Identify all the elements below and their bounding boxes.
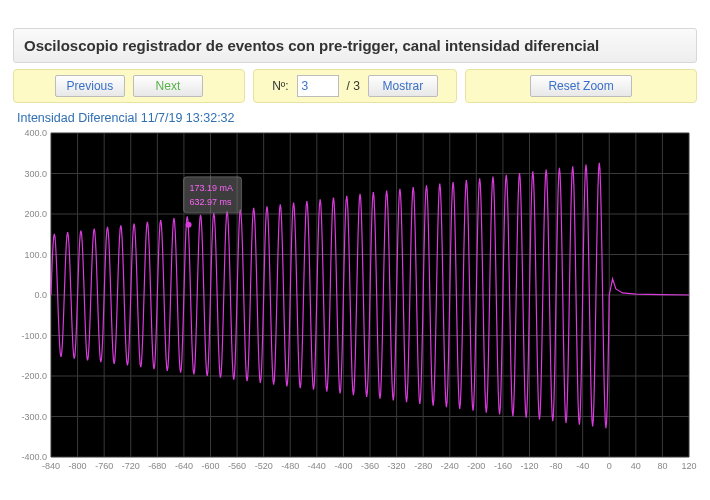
svg-text:-200.0: -200.0 (21, 371, 47, 381)
previous-button[interactable]: Previous (55, 75, 125, 97)
svg-text:400.0: 400.0 (24, 128, 47, 138)
svg-text:40: 40 (631, 461, 641, 471)
oscilloscope-chart[interactable]: -400.0-300.0-200.0-100.00.0100.0200.0300… (13, 127, 697, 479)
page-group: Nº: / 3 Mostrar (253, 69, 457, 103)
svg-text:-360: -360 (361, 461, 379, 471)
svg-text:-160: -160 (494, 461, 512, 471)
svg-text:-200: -200 (467, 461, 485, 471)
app-root: Osciloscopio registrador de eventos con … (0, 0, 710, 500)
svg-text:-760: -760 (95, 461, 113, 471)
svg-text:-280: -280 (414, 461, 432, 471)
reset-zoom-button[interactable]: Reset Zoom (530, 75, 632, 97)
svg-text:-80: -80 (550, 461, 563, 471)
svg-text:-240: -240 (441, 461, 459, 471)
data-point-marker (186, 222, 192, 228)
svg-text:-840: -840 (42, 461, 60, 471)
svg-text:-600: -600 (201, 461, 219, 471)
chart-subtitle: Intensidad Diferencial 11/7/19 13:32:32 (13, 111, 697, 125)
svg-text:-400: -400 (334, 461, 352, 471)
svg-text:-120: -120 (520, 461, 538, 471)
page-prefix: Nº: (272, 79, 288, 93)
svg-text:120: 120 (681, 461, 696, 471)
show-button[interactable]: Mostrar (368, 75, 438, 97)
next-button[interactable]: Next (133, 75, 203, 97)
svg-text:-560: -560 (228, 461, 246, 471)
page-title: Osciloscopio registrador de eventos con … (13, 28, 697, 63)
svg-text:-800: -800 (69, 461, 87, 471)
svg-text:-300.0: -300.0 (21, 412, 47, 422)
svg-text:-100.0: -100.0 (21, 331, 47, 341)
svg-text:-40: -40 (576, 461, 589, 471)
svg-text:200.0: 200.0 (24, 209, 47, 219)
svg-text:-720: -720 (122, 461, 140, 471)
svg-text:-680: -680 (148, 461, 166, 471)
svg-text:-520: -520 (255, 461, 273, 471)
svg-text:-440: -440 (308, 461, 326, 471)
toolbar: Previous Next Nº: / 3 Mostrar Reset Zoom (13, 69, 697, 103)
svg-text:0.0: 0.0 (34, 290, 47, 300)
svg-text:300.0: 300.0 (24, 169, 47, 179)
tooltip-line2: 632.97 ms (190, 197, 233, 207)
page-number-input[interactable] (297, 75, 339, 97)
chart-svg: -400.0-300.0-200.0-100.00.0100.0200.0300… (13, 127, 697, 475)
nav-group: Previous Next (13, 69, 245, 103)
svg-text:0: 0 (607, 461, 612, 471)
svg-text:-640: -640 (175, 461, 193, 471)
zoom-group: Reset Zoom (465, 69, 697, 103)
tooltip-line1: 173.19 mA (190, 183, 234, 193)
page-total: / 3 (347, 79, 360, 93)
svg-text:-480: -480 (281, 461, 299, 471)
svg-text:80: 80 (657, 461, 667, 471)
svg-text:-320: -320 (388, 461, 406, 471)
svg-text:100.0: 100.0 (24, 250, 47, 260)
